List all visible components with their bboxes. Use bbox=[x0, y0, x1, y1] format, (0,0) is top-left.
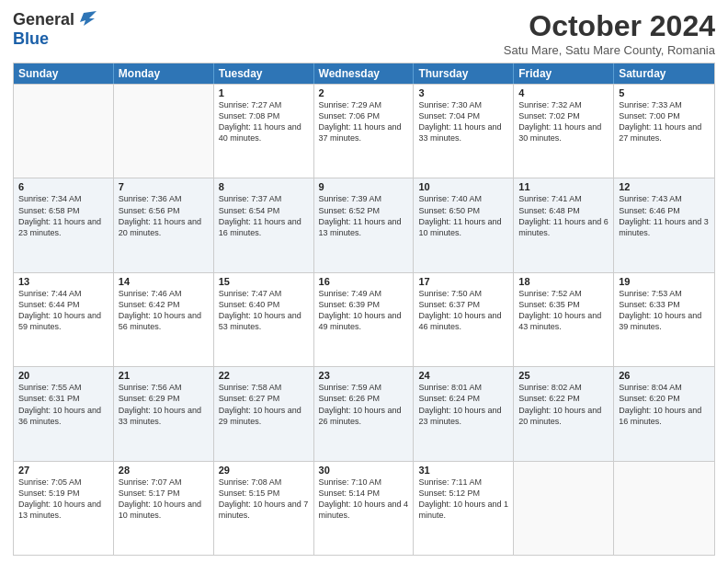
calendar-cell: 6Sunrise: 7:34 AM Sunset: 6:58 PM Daylig… bbox=[14, 178, 114, 271]
day-number: 16 bbox=[319, 276, 409, 287]
day-number: 4 bbox=[518, 87, 609, 98]
calendar-row-4: 20Sunrise: 7:55 AM Sunset: 6:31 PM Dayli… bbox=[14, 366, 714, 460]
day-number: 25 bbox=[518, 370, 609, 381]
day-number: 28 bbox=[119, 465, 209, 476]
day-info: Sunrise: 8:01 AM Sunset: 6:24 PM Dayligh… bbox=[418, 382, 508, 427]
header: General Blue October 2024 Satu Mare, Sat… bbox=[13, 9, 715, 57]
calendar-row-2: 6Sunrise: 7:34 AM Sunset: 6:58 PM Daylig… bbox=[14, 178, 714, 271]
day-number: 18 bbox=[518, 276, 609, 287]
weekday-header-tuesday: Tuesday bbox=[214, 63, 314, 84]
calendar-cell: 26Sunrise: 8:04 AM Sunset: 6:20 PM Dayli… bbox=[614, 367, 714, 460]
weekday-header-wednesday: Wednesday bbox=[314, 63, 415, 84]
day-number: 12 bbox=[619, 181, 710, 192]
calendar-cell: 13Sunrise: 7:44 AM Sunset: 6:44 PM Dayli… bbox=[14, 273, 114, 366]
calendar-cell: 27Sunrise: 7:05 AM Sunset: 5:19 PM Dayli… bbox=[14, 462, 114, 555]
calendar-cell: 3Sunrise: 7:30 AM Sunset: 7:04 PM Daylig… bbox=[414, 85, 514, 178]
day-info: Sunrise: 7:32 AM Sunset: 7:02 PM Dayligh… bbox=[518, 99, 609, 144]
calendar-cell: 4Sunrise: 7:32 AM Sunset: 7:02 PM Daylig… bbox=[514, 85, 614, 178]
day-number: 20 bbox=[18, 370, 108, 381]
day-number: 22 bbox=[219, 370, 309, 381]
calendar-cell: 11Sunrise: 7:41 AM Sunset: 6:48 PM Dayli… bbox=[514, 178, 614, 271]
day-info: Sunrise: 7:53 AM Sunset: 6:33 PM Dayligh… bbox=[619, 288, 710, 333]
day-info: Sunrise: 7:46 AM Sunset: 6:42 PM Dayligh… bbox=[119, 288, 209, 333]
day-info: Sunrise: 8:04 AM Sunset: 6:20 PM Dayligh… bbox=[619, 382, 710, 427]
day-info: Sunrise: 7:36 AM Sunset: 6:56 PM Dayligh… bbox=[119, 193, 209, 238]
day-number: 26 bbox=[619, 370, 710, 381]
day-info: Sunrise: 7:07 AM Sunset: 5:17 PM Dayligh… bbox=[119, 477, 209, 522]
day-number: 8 bbox=[219, 181, 309, 192]
logo-general-text: General bbox=[13, 10, 74, 29]
calendar-cell bbox=[114, 85, 214, 178]
day-info: Sunrise: 7:30 AM Sunset: 7:04 PM Dayligh… bbox=[418, 99, 508, 144]
day-number: 21 bbox=[119, 370, 209, 381]
day-info: Sunrise: 7:39 AM Sunset: 6:52 PM Dayligh… bbox=[319, 193, 409, 238]
day-info: Sunrise: 7:33 AM Sunset: 7:00 PM Dayligh… bbox=[619, 99, 710, 144]
calendar-cell: 21Sunrise: 7:56 AM Sunset: 6:29 PM Dayli… bbox=[114, 367, 214, 460]
day-info: Sunrise: 7:47 AM Sunset: 6:40 PM Dayligh… bbox=[219, 288, 309, 333]
day-info: Sunrise: 7:37 AM Sunset: 6:54 PM Dayligh… bbox=[219, 193, 309, 238]
weekday-header-sunday: Sunday bbox=[14, 63, 114, 84]
day-info: Sunrise: 7:08 AM Sunset: 5:15 PM Dayligh… bbox=[219, 477, 309, 522]
day-number: 11 bbox=[518, 181, 609, 192]
day-number: 7 bbox=[119, 181, 209, 192]
day-info: Sunrise: 7:52 AM Sunset: 6:35 PM Dayligh… bbox=[518, 288, 609, 333]
calendar-cell bbox=[514, 462, 614, 555]
day-number: 15 bbox=[219, 276, 309, 287]
weekday-header-monday: Monday bbox=[114, 63, 214, 84]
day-info: Sunrise: 7:40 AM Sunset: 6:50 PM Dayligh… bbox=[418, 193, 508, 238]
calendar-cell: 29Sunrise: 7:08 AM Sunset: 5:15 PM Dayli… bbox=[214, 462, 314, 555]
day-info: Sunrise: 7:55 AM Sunset: 6:31 PM Dayligh… bbox=[18, 382, 108, 427]
day-info: Sunrise: 7:58 AM Sunset: 6:27 PM Dayligh… bbox=[219, 382, 309, 427]
calendar-cell: 9Sunrise: 7:39 AM Sunset: 6:52 PM Daylig… bbox=[314, 178, 415, 271]
day-info: Sunrise: 7:43 AM Sunset: 6:46 PM Dayligh… bbox=[619, 193, 710, 238]
day-number: 17 bbox=[418, 276, 508, 287]
day-number: 6 bbox=[18, 181, 108, 192]
calendar-cell: 23Sunrise: 7:59 AM Sunset: 6:26 PM Dayli… bbox=[314, 367, 415, 460]
day-info: Sunrise: 7:10 AM Sunset: 5:14 PM Dayligh… bbox=[319, 477, 409, 522]
day-number: 14 bbox=[119, 276, 209, 287]
day-info: Sunrise: 7:41 AM Sunset: 6:48 PM Dayligh… bbox=[518, 193, 609, 238]
calendar-row-3: 13Sunrise: 7:44 AM Sunset: 6:44 PM Dayli… bbox=[14, 272, 714, 366]
weekday-header-saturday: Saturday bbox=[614, 63, 714, 84]
day-info: Sunrise: 7:27 AM Sunset: 7:08 PM Dayligh… bbox=[219, 99, 309, 144]
title-block: October 2024 Satu Mare, Satu Mare County… bbox=[504, 9, 715, 57]
calendar-cell: 24Sunrise: 8:01 AM Sunset: 6:24 PM Dayli… bbox=[414, 367, 514, 460]
calendar-cell: 8Sunrise: 7:37 AM Sunset: 6:54 PM Daylig… bbox=[214, 178, 314, 271]
calendar-cell: 2Sunrise: 7:29 AM Sunset: 7:06 PM Daylig… bbox=[314, 85, 415, 178]
day-info: Sunrise: 7:05 AM Sunset: 5:19 PM Dayligh… bbox=[18, 477, 108, 522]
calendar-cell: 22Sunrise: 7:58 AM Sunset: 6:27 PM Dayli… bbox=[214, 367, 314, 460]
logo-blue-text: Blue bbox=[13, 29, 49, 49]
month-title: October 2024 bbox=[504, 9, 715, 43]
day-number: 10 bbox=[418, 181, 508, 192]
calendar-cell bbox=[614, 462, 714, 555]
calendar-cell: 28Sunrise: 7:07 AM Sunset: 5:17 PM Dayli… bbox=[114, 462, 214, 555]
day-number: 29 bbox=[219, 465, 309, 476]
calendar-row-5: 27Sunrise: 7:05 AM Sunset: 5:19 PM Dayli… bbox=[14, 461, 714, 555]
day-number: 13 bbox=[18, 276, 108, 287]
day-number: 9 bbox=[319, 181, 409, 192]
day-number: 1 bbox=[219, 87, 309, 98]
calendar-cell: 31Sunrise: 7:11 AM Sunset: 5:12 PM Dayli… bbox=[414, 462, 514, 555]
day-number: 5 bbox=[619, 87, 710, 98]
calendar-cell: 25Sunrise: 8:02 AM Sunset: 6:22 PM Dayli… bbox=[514, 367, 614, 460]
logo-bird-icon bbox=[76, 9, 97, 29]
logo: General Blue bbox=[13, 9, 97, 49]
calendar-body: 1Sunrise: 7:27 AM Sunset: 7:08 PM Daylig… bbox=[14, 84, 714, 555]
calendar-cell: 1Sunrise: 7:27 AM Sunset: 7:08 PM Daylig… bbox=[214, 85, 314, 178]
day-info: Sunrise: 7:29 AM Sunset: 7:06 PM Dayligh… bbox=[319, 99, 409, 144]
day-info: Sunrise: 8:02 AM Sunset: 6:22 PM Dayligh… bbox=[518, 382, 609, 427]
day-info: Sunrise: 7:34 AM Sunset: 6:58 PM Dayligh… bbox=[18, 193, 108, 238]
calendar-cell: 16Sunrise: 7:49 AM Sunset: 6:39 PM Dayli… bbox=[314, 273, 415, 366]
page: General Blue October 2024 Satu Mare, Sat… bbox=[0, 0, 728, 563]
day-info: Sunrise: 7:49 AM Sunset: 6:39 PM Dayligh… bbox=[319, 288, 409, 333]
day-number: 23 bbox=[319, 370, 409, 381]
day-number: 2 bbox=[319, 87, 409, 98]
calendar-cell: 10Sunrise: 7:40 AM Sunset: 6:50 PM Dayli… bbox=[414, 178, 514, 271]
svg-marker-0 bbox=[80, 11, 97, 26]
day-number: 24 bbox=[418, 370, 508, 381]
calendar-cell bbox=[14, 85, 114, 178]
day-info: Sunrise: 7:11 AM Sunset: 5:12 PM Dayligh… bbox=[418, 477, 508, 522]
calendar: SundayMondayTuesdayWednesdayThursdayFrid… bbox=[13, 63, 715, 556]
calendar-cell: 12Sunrise: 7:43 AM Sunset: 6:46 PM Dayli… bbox=[614, 178, 714, 271]
calendar-cell: 30Sunrise: 7:10 AM Sunset: 5:14 PM Dayli… bbox=[314, 462, 415, 555]
